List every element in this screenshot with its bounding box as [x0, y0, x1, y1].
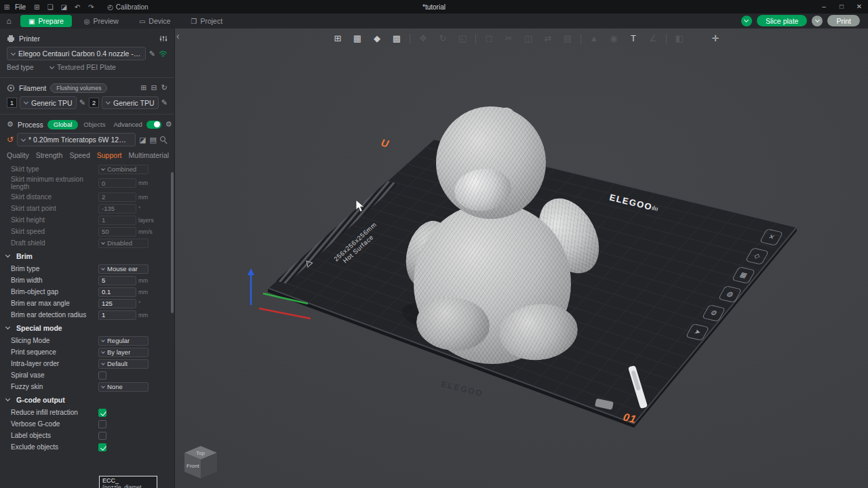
flushing-volumes-button[interactable]: Flushing volumes — [50, 83, 107, 93]
filament-select[interactable]: Generic TPU — [102, 96, 159, 109]
chevron-down-icon — [101, 167, 105, 171]
calibration-menu[interactable]: ◴ Calibration — [107, 3, 149, 11]
menu-grid-icon[interactable]: ⊞ — [30, 3, 43, 11]
print-button[interactable]: Print — [827, 15, 860, 26]
file-menu[interactable]: File — [15, 3, 26, 11]
save-icon[interactable]: ◪ — [57, 3, 71, 11]
navigation-cube[interactable]: Top Front — [176, 438, 224, 485]
printer-settings-icon[interactable] — [159, 35, 167, 43]
setting-checkbox-spiral-vase[interactable] — [98, 371, 106, 380]
setting-row-label-objects: Label objects — [0, 430, 174, 441]
process-tab-quality[interactable]: Quality — [7, 151, 29, 159]
slice-dropdown-button[interactable] — [741, 16, 752, 26]
setting-input-skirt-speed[interactable] — [98, 227, 136, 237]
maximize-button[interactable]: □ — [833, 0, 850, 14]
setting-input-skirt-start-point[interactable] — [98, 204, 136, 214]
setting-unit: mm — [138, 180, 148, 186]
reset-preset-icon[interactable]: ↺ — [7, 136, 14, 144]
printer-preset-select[interactable]: Elegoo Centauri Carbon 0.4 nozzle - Copy — [7, 47, 146, 60]
undo-icon[interactable]: ↶ — [71, 3, 84, 11]
setting-checkbox-exclude-objects[interactable] — [98, 443, 106, 451]
setting-input-brim-width[interactable] — [98, 276, 136, 285]
advanced-toggle[interactable] — [146, 121, 161, 129]
tab-prepare-icon: ▣ — [28, 18, 35, 25]
setting-input-skirt-height[interactable] — [98, 216, 136, 225]
process-tab-strength[interactable]: Strength — [36, 151, 63, 159]
setting-label: Slicing Mode — [11, 336, 98, 345]
viewport-3d[interactable]: ‹ ⊞▦◆▩✥↻◱◻✂◫⇄▤▲◉T∠◧✛ 256x256x256mm Hot S… — [175, 28, 868, 488]
process-tabs: QualityStrengthSpeedSupportMultimaterial… — [0, 148, 174, 163]
setting-label: Intra-layer order — [11, 359, 98, 368]
preset-list-icon[interactable]: ▤ — [150, 136, 157, 144]
setting-select-brim-type[interactable]: Mouse ear — [98, 264, 149, 274]
setting-input-brim-object-gap[interactable] — [98, 287, 136, 297]
setting-control — [98, 409, 169, 417]
process-tab-multimaterial[interactable]: Multimaterial — [129, 151, 170, 159]
section-header-special-mode[interactable]: Special mode — [0, 321, 174, 335]
setting-label: Skirt height — [11, 216, 98, 224]
tab-device[interactable]: ▭Device — [131, 15, 179, 27]
printer-icon — [7, 35, 15, 43]
save-preset-icon[interactable]: ◪ — [139, 136, 146, 144]
tab-preview[interactable]: ◎Preview — [76, 15, 127, 27]
redo-icon[interactable]: ↷ — [84, 3, 98, 11]
filament-slot-2: 2Generic TPU✎ — [89, 96, 167, 109]
setting-control: By layer — [98, 348, 169, 357]
setting-label: Brim ear detection radius — [11, 310, 98, 319]
sidebar-scrollbar[interactable] — [171, 172, 174, 313]
new-project-icon[interactable]: ❏ — [43, 3, 57, 11]
setting-label: Reduce infill retraction — [11, 408, 98, 417]
setting-unit: mm/s — [138, 228, 153, 235]
setting-unit: ° — [138, 300, 140, 307]
edit-filament-icon[interactable]: ✎ — [161, 99, 167, 106]
bed-type-label: Bed type — [7, 64, 42, 71]
filament-select[interactable]: Generic TPU — [20, 96, 77, 109]
scope-objects-button[interactable]: Objects — [83, 121, 105, 128]
autocomplete-popup[interactable]: ECC_ (nozzle_diamet — [99, 476, 157, 488]
svg-text:ELEGOO: ELEGOO — [440, 379, 484, 399]
menu-grid-icon[interactable]: ⊞ — [0, 3, 14, 11]
setting-row-skirt-type: Skirt typeCombined — [0, 163, 174, 175]
process-tab-speed[interactable]: Speed — [69, 151, 90, 159]
home-button[interactable]: ⌂ — [0, 16, 18, 26]
tab-prepare[interactable]: ▣Prepare — [20, 15, 72, 27]
section-header-g-code-output[interactable]: G-code output — [0, 393, 174, 407]
setting-select-print-sequence[interactable]: By layer — [98, 348, 149, 357]
setting-input-brim-ear-detection-radius[interactable] — [98, 310, 136, 320]
setting-label: Fuzzy skin — [11, 382, 98, 391]
chevron-down-icon — [101, 350, 105, 354]
setting-select-draft-shield[interactable]: Disabled — [98, 239, 149, 248]
section-header-label: Brim — [16, 252, 33, 260]
setting-checkbox-verbose-g-code[interactable] — [98, 420, 106, 428]
slice-plate-button[interactable]: Slice plate — [757, 15, 807, 26]
edit-filament-icon[interactable]: ✎ — [79, 99, 85, 106]
process-preset-select[interactable]: * 0.20mm Triceratops 6W 12%if Gyroi... — [17, 133, 136, 146]
autocomplete-item[interactable]: ECC_ — [102, 477, 154, 484]
setting-select-skirt-type[interactable]: Combined — [98, 165, 149, 174]
wifi-icon[interactable] — [159, 50, 167, 57]
close-button[interactable]: ✕ — [850, 0, 868, 14]
setting-input-skirt-distance[interactable] — [98, 192, 136, 202]
edit-printer-icon[interactable]: ✎ — [149, 50, 155, 58]
setting-input-brim-ear-max-angle[interactable] — [98, 299, 136, 308]
process-tab-support[interactable]: Support — [97, 151, 122, 159]
setting-select-slicing-mode[interactable]: Regular — [98, 336, 149, 346]
bed-type-select[interactable]: Textured PEI Plate — [45, 60, 167, 74]
search-settings-icon[interactable] — [160, 136, 167, 144]
setting-input-skirt-minimum-extrusion-length[interactable] — [98, 178, 136, 188]
process-section-header: ⚙ Process Global Objects Advanced ⚙ — [0, 117, 174, 131]
minimize-button[interactable]: – — [815, 0, 833, 14]
model-teddy-bear[interactable] — [399, 106, 595, 359]
setting-select-fuzzy-skin[interactable]: None — [98, 382, 149, 392]
process-settings-icon[interactable]: ⚙ — [165, 121, 172, 128]
setting-checkbox-label-objects[interactable] — [98, 432, 106, 440]
sync-filament-icon[interactable]: ↻ — [161, 84, 167, 92]
remove-filament-icon[interactable]: ⊟ — [151, 84, 157, 92]
setting-checkbox-reduce-infill-retraction[interactable] — [98, 409, 106, 417]
add-filament-icon[interactable]: ⊞ — [140, 84, 146, 92]
tab-project[interactable]: ❒Project — [182, 15, 231, 27]
section-header-brim[interactable]: Brim — [0, 249, 174, 263]
print-dropdown-button[interactable] — [812, 16, 823, 26]
scope-global-button[interactable]: Global — [47, 120, 78, 129]
setting-select-intra-layer-order[interactable]: Default — [98, 359, 149, 369]
